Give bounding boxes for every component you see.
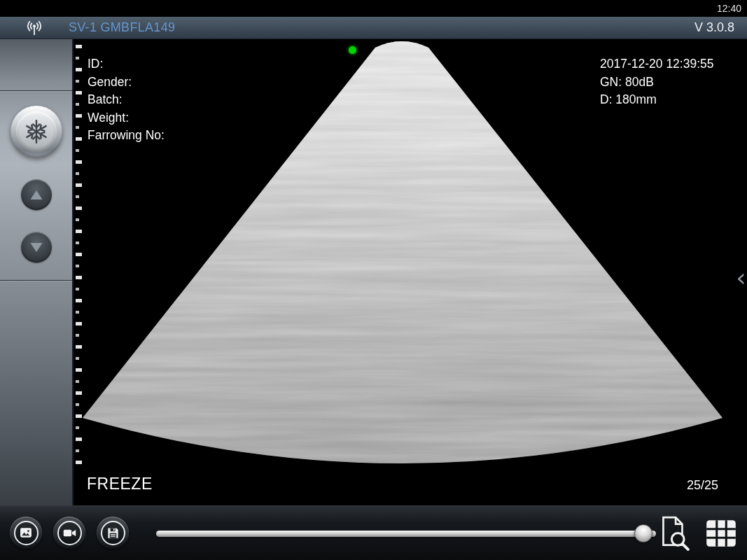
wireless-probe-icon bbox=[25, 19, 43, 37]
sidebar-divider bbox=[0, 90, 72, 92]
freeze-button[interactable] bbox=[11, 106, 62, 158]
report-table-icon bbox=[703, 516, 739, 551]
button-ring bbox=[57, 521, 82, 545]
snowflake-icon bbox=[23, 118, 50, 145]
app-window: 12:40 SV-1 GMBFLA149 V 3.0.8 bbox=[0, 0, 747, 560]
button-ring bbox=[101, 521, 125, 545]
patient-id-label: ID: bbox=[88, 55, 165, 74]
frame-counter: 25/25 bbox=[687, 478, 718, 493]
file-browser-button[interactable] bbox=[654, 512, 693, 554]
patient-batch-label: Batch: bbox=[88, 91, 165, 109]
patient-farrowing-label: Farrowing No: bbox=[88, 127, 165, 145]
control-sidebar bbox=[0, 39, 74, 505]
scan-info-panel: 2017-12-20 12:39:55 GN: 80dB D: 180mm bbox=[600, 55, 714, 109]
record-video-button[interactable] bbox=[53, 517, 85, 549]
floppy-disk-icon bbox=[106, 526, 120, 540]
status-clock: 12:40 bbox=[717, 3, 741, 14]
side-panel-handle[interactable]: ‹ bbox=[735, 263, 747, 295]
document-search-icon bbox=[655, 514, 692, 552]
bottom-toolbar bbox=[0, 505, 747, 560]
patient-weight-label: Weight: bbox=[88, 109, 165, 127]
freeze-status-label: FREEZE bbox=[87, 475, 153, 493]
scan-gain: GN: 80dB bbox=[600, 74, 714, 92]
title-bar: SV-1 GMBFLA149 V 3.0.8 bbox=[0, 17, 747, 39]
freeze-button-face bbox=[16, 111, 57, 152]
device-name: SV-1 GMBFLA149 bbox=[69, 20, 175, 35]
scroll-up-button[interactable] bbox=[21, 179, 52, 210]
slider-track[interactable] bbox=[156, 531, 656, 537]
probe-orientation-marker bbox=[349, 46, 356, 54]
gallery-button[interactable] bbox=[10, 517, 42, 549]
triangle-up-icon bbox=[30, 190, 43, 200]
slider-thumb[interactable] bbox=[634, 524, 652, 542]
app-version: V 3.0.8 bbox=[694, 20, 734, 35]
image-icon bbox=[19, 526, 33, 540]
video-camera-icon bbox=[62, 526, 77, 540]
save-image-button[interactable] bbox=[97, 517, 129, 549]
ultrasound-display: ID: Gender: Batch: Weight: Farrowing No:… bbox=[74, 39, 747, 505]
scroll-down-button[interactable] bbox=[21, 232, 52, 262]
status-bar: 12:40 bbox=[0, 0, 747, 17]
scan-depth: D: 180mm bbox=[600, 91, 714, 109]
patient-gender-label: Gender: bbox=[88, 74, 165, 92]
depth-ruler bbox=[76, 45, 84, 465]
sidebar-divider bbox=[0, 280, 72, 281]
ultrasound-image bbox=[74, 39, 747, 505]
cine-loop-slider[interactable] bbox=[156, 524, 656, 542]
main-area: ID: Gender: Batch: Weight: Farrowing No:… bbox=[0, 39, 747, 505]
button-ring bbox=[14, 521, 39, 545]
patient-info-panel: ID: Gender: Batch: Weight: Farrowing No: bbox=[88, 55, 165, 145]
scan-datetime: 2017-12-20 12:39:55 bbox=[600, 55, 714, 74]
report-button[interactable] bbox=[701, 515, 741, 552]
triangle-down-icon bbox=[30, 242, 43, 253]
